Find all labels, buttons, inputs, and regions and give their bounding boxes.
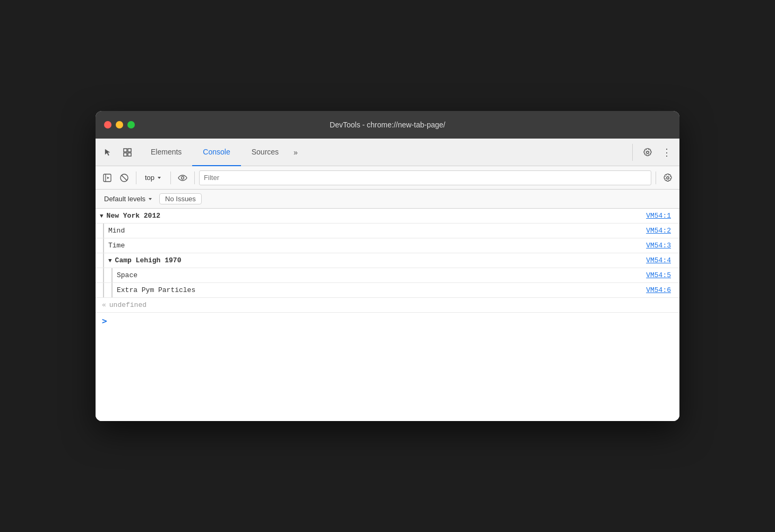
titlebar: DevTools - chrome://new-tab-page/	[96, 111, 679, 139]
tab-icons	[100, 144, 136, 161]
row-link-1[interactable]: VM54:1	[642, 209, 679, 223]
svg-marker-11	[149, 198, 152, 200]
return-arrow-icon: «	[102, 301, 106, 309]
toolbar-divider	[136, 171, 136, 184]
tab-bar: Elements Console Sources » ⋮	[96, 139, 679, 166]
row-content: Extra Pym Particles	[113, 283, 642, 297]
row-link-4[interactable]: VM54:4	[642, 253, 679, 268]
settings-icon-button[interactable]	[639, 144, 656, 161]
row-content: Mind	[104, 224, 642, 238]
cursor-icon	[104, 148, 113, 157]
table-row: Space VM54:5	[96, 268, 679, 283]
console-settings-button[interactable]	[660, 170, 675, 185]
context-dropdown-icon	[157, 175, 162, 181]
prompt-chevron: >	[102, 316, 107, 326]
console-settings-icon	[663, 173, 673, 183]
item-label-2: Mind	[108, 227, 125, 235]
indent-bar-4b	[104, 268, 113, 282]
levels-toolbar: Default levels No Issues	[96, 190, 679, 209]
table-row: ▼ New York 2012 VM54:1	[96, 209, 679, 224]
clear-icon	[120, 174, 128, 182]
tab-overflow[interactable]: »	[289, 139, 302, 166]
indent-bar-4a	[96, 268, 104, 282]
table-row: Extra Pym Particles VM54:6	[96, 283, 679, 298]
row-link-5[interactable]: VM54:5	[642, 268, 679, 282]
expand-arrow-1[interactable]: ▼	[100, 213, 104, 219]
indent-bar-3	[96, 253, 104, 268]
devtools-body: Elements Console Sources » ⋮	[96, 139, 679, 421]
tab-elements[interactable]: Elements	[140, 139, 192, 166]
svg-rect-2	[124, 153, 127, 156]
svg-line-8	[122, 175, 127, 180]
tab-bar-right: ⋮	[632, 144, 675, 161]
default-levels-button[interactable]: Default levels	[102, 194, 155, 204]
group-label-1: New York 2012	[107, 212, 160, 220]
row-content: Time	[104, 238, 642, 253]
svg-rect-3	[128, 153, 131, 156]
toolbar-divider-3	[194, 171, 195, 184]
console-toolbar: top	[96, 166, 679, 190]
console-output: ▼ New York 2012 VM54:1 Mind VM54:2 Time	[96, 209, 679, 421]
svg-marker-6	[107, 177, 109, 179]
inspect-icon-button[interactable]	[119, 144, 136, 161]
inspect-icon	[123, 148, 132, 157]
more-icon: ⋮	[662, 148, 671, 157]
prompt-row[interactable]: >	[96, 313, 679, 329]
default-levels-label: Default levels	[104, 195, 145, 203]
undefined-row: « undefined	[96, 298, 679, 313]
row-content: ▼ Camp Lehigh 1970	[104, 253, 642, 268]
sidebar-toggle-button[interactable]	[100, 170, 115, 185]
maximize-button[interactable]	[127, 121, 135, 128]
indent-bar-1	[96, 224, 104, 238]
context-label: top	[145, 174, 154, 182]
row-link-3[interactable]: VM54:3	[642, 238, 679, 253]
toolbar-divider-4	[656, 171, 656, 184]
item-label-6: Extra Pym Particles	[117, 286, 195, 294]
undefined-value: undefined	[109, 301, 147, 309]
table-row: Time VM54:3	[96, 238, 679, 253]
eye-button[interactable]	[175, 170, 190, 185]
eye-icon	[178, 175, 187, 181]
svg-rect-0	[124, 149, 127, 152]
group-label-4: Camp Lehigh 1970	[115, 256, 182, 264]
close-button[interactable]	[104, 121, 111, 128]
svg-rect-1	[128, 149, 131, 152]
table-row: Mind VM54:2	[96, 224, 679, 238]
row-content: Space	[113, 268, 642, 282]
cursor-icon-button[interactable]	[100, 144, 117, 161]
tab-sources[interactable]: Sources	[241, 139, 289, 166]
svg-marker-9	[158, 177, 161, 179]
row-content: ▼ New York 2012	[96, 209, 642, 223]
clear-console-button[interactable]	[117, 170, 132, 185]
minimize-button[interactable]	[116, 121, 123, 128]
traffic-lights	[104, 121, 135, 128]
table-row: ▼ Camp Lehigh 1970 VM54:4	[96, 253, 679, 268]
svg-point-10	[182, 176, 184, 179]
item-label-3: Time	[108, 242, 125, 250]
toolbar-divider-2	[170, 171, 171, 184]
indent-bar-5b	[104, 283, 113, 297]
expand-arrow-4[interactable]: ▼	[108, 258, 112, 264]
window-title: DevTools - chrome://new-tab-page/	[330, 121, 445, 129]
tab-console[interactable]: Console	[192, 139, 240, 166]
more-icon-button[interactable]: ⋮	[658, 144, 675, 161]
row-link-2[interactable]: VM54:2	[642, 224, 679, 238]
no-issues-badge[interactable]: No Issues	[159, 193, 202, 204]
context-selector-button[interactable]: top	[141, 173, 166, 183]
devtools-window: DevTools - chrome://new-tab-page/	[96, 111, 679, 421]
item-label-5: Space	[117, 271, 137, 279]
filter-input[interactable]	[199, 170, 651, 185]
sidebar-toggle-icon	[103, 174, 111, 182]
levels-dropdown-icon	[148, 196, 153, 202]
settings-icon	[643, 148, 652, 157]
tabs: Elements Console Sources »	[140, 139, 632, 166]
row-link-6[interactable]: VM54:6	[642, 283, 679, 297]
indent-bar-5a	[96, 283, 104, 297]
indent-bar-2	[96, 238, 104, 253]
